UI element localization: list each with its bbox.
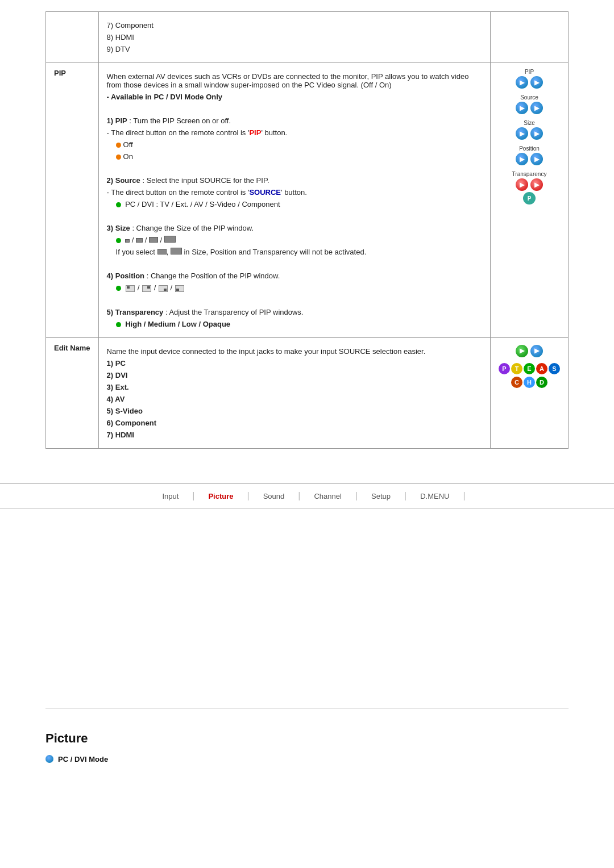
size-icon-group: Size ▶ ▶	[499, 120, 560, 140]
table-row-pip: PIP When external AV devices such as VCR…	[46, 63, 569, 338]
nav-bar: Input | Picture | Sound | Channel | Setu…	[0, 483, 614, 509]
pc-dvi-label: PC / DVI Mode	[58, 755, 108, 763]
source-icon-label: Source	[499, 94, 560, 101]
pip-highlight-1: PIP	[249, 128, 261, 137]
pip-transparency-options: High / Medium / Low / Opaque	[116, 320, 482, 328]
bullet-source	[116, 202, 121, 207]
trans-btn-left[interactable]: ▶	[516, 178, 528, 191]
position-icon-group: Position ▶ ▶	[499, 145, 560, 165]
pip-note-2: - The direct button on the remote contro…	[107, 188, 482, 197]
transparency-icon-row: ▶ ▶	[499, 178, 560, 191]
bottom-section: Picture PC / DVI Mode	[0, 720, 614, 775]
pip-note-1: - The direct button on the remote contro…	[107, 128, 482, 137]
transparency-p-row: P	[499, 192, 560, 205]
pip-btn-right[interactable]: ▶	[530, 76, 543, 89]
pip-item-4: 4) Position : Change the Position of the…	[107, 272, 482, 280]
edit-hdmi: 7) HDMI	[107, 431, 482, 439]
pip-icon-cell: PIP ▶ ▶ Source ▶ ▶ Size ▶	[491, 63, 569, 338]
source-highlight: SOURCE	[249, 188, 281, 197]
pip-desc-2: : Select the input SOURCE for the PIP.	[142, 176, 269, 185]
nav-input[interactable]: Input	[148, 490, 192, 503]
source-icon-row: ▶ ▶	[499, 102, 560, 114]
pos-btn-right[interactable]: ▶	[530, 153, 543, 165]
pip-size-note: If you select , in Size, Position and Tr…	[116, 248, 482, 256]
pip-desc-3: : Change the Size of the PIP window.	[132, 224, 254, 232]
source-btn-right[interactable]: ▶	[530, 102, 543, 114]
content-cell-components: 7) Component 8) HDMI 9) DTV	[98, 12, 490, 63]
nav-picture[interactable]: Picture	[194, 490, 247, 503]
size-btn-left[interactable]: ▶	[516, 127, 528, 140]
size-rect-lg	[149, 237, 158, 243]
dtv-item: 9) DTV	[107, 45, 482, 53]
edit-name-icon-cell: ▶ ▶ P T E A S C H D	[491, 337, 569, 448]
pip-item-3: 3) Size : Change the Size of the PIP win…	[107, 224, 482, 232]
size-rect-md	[136, 238, 143, 243]
edit-name-content-cell: Name the input device connected to the i…	[98, 337, 490, 448]
pip-desc-5: : Adjust the Transparency of PIP windows…	[165, 308, 304, 316]
nav-dmenu[interactable]: D.MENU	[406, 490, 463, 503]
pip-desc-1: : Turn the PIP Screen on or off.	[129, 116, 231, 125]
size-btn-right[interactable]: ▶	[530, 127, 543, 140]
edit-component: 6) Component	[107, 419, 482, 427]
pip-item-1: 1) PIP : Turn the PIP Screen on or off.	[107, 116, 482, 125]
manual-table: 7) Component 8) HDMI 9) DTV PIP When ext…	[45, 11, 569, 449]
main-content: 7) Component 8) HDMI 9) DTV PIP When ext…	[0, 0, 614, 471]
pip-available: - Available in PC / DVI Mode Only	[107, 93, 482, 101]
pos-btn-left[interactable]: ▶	[516, 153, 528, 165]
edit-name-label: Edit Name	[54, 344, 90, 352]
pip-item-5: 5) Transparency : Adjust the Transparenc…	[107, 308, 482, 316]
letter-p[interactable]: P	[499, 363, 510, 374]
pip-label: PIP	[54, 69, 66, 77]
pip-btn-left[interactable]: ▶	[516, 76, 528, 89]
bullet-on	[116, 155, 121, 160]
table-row-edit-name: Edit Name Name the input device connecte…	[46, 337, 569, 448]
pip-off: Off	[116, 140, 482, 149]
letter-s[interactable]: S	[549, 363, 560, 374]
size-lg-ref	[157, 249, 167, 254]
letter-c[interactable]: C	[511, 377, 522, 388]
bottom-title: Picture	[45, 731, 569, 746]
nav-channel[interactable]: Channel	[300, 490, 355, 503]
pip-num-3: 3) Size	[107, 224, 130, 232]
source-icon-group: Source ▶ ▶	[499, 94, 560, 114]
size-icon-label: Size	[499, 120, 560, 126]
edit-dvi: 2) DVI	[107, 371, 482, 379]
letter-a[interactable]: A	[536, 363, 547, 374]
letter-d[interactable]: D	[536, 377, 547, 388]
transparency-icon-label: Transparency	[499, 171, 560, 177]
pip-num-5: 5) Transparency	[107, 308, 164, 316]
letter-e[interactable]: E	[524, 363, 535, 374]
size-rect-sm	[125, 239, 130, 243]
pip-intro: When external AV devices such as VCRs or…	[107, 72, 482, 89]
size-xl-ref	[171, 248, 182, 254]
pip-num-2: 2) Source	[107, 176, 140, 185]
letter-t[interactable]: T	[511, 363, 522, 374]
pip-source-sub: PC / DVI : TV / Ext. / AV / S-Video / Co…	[116, 200, 482, 208]
pip-num-1: 1) PIP	[107, 116, 127, 125]
p-button[interactable]: P	[523, 192, 536, 205]
label-cell-empty	[46, 12, 99, 63]
source-btn-left[interactable]: ▶	[516, 102, 528, 114]
size-rect-xl	[164, 236, 176, 243]
pip-size-options: / / /	[116, 236, 482, 244]
pip-label-cell: PIP	[46, 63, 99, 338]
bottom-divider	[45, 708, 569, 708]
letter-h[interactable]: H	[524, 377, 535, 388]
pip-icon-group: PIP ▶ ▶	[499, 69, 560, 89]
edit-btn-right[interactable]: ▶	[530, 345, 543, 357]
edit-name-intro: Name the input device connected to the i…	[107, 347, 482, 356]
pip-icon-label: PIP	[499, 69, 560, 75]
nav-sound[interactable]: Sound	[250, 490, 298, 503]
pc-dvi-mode: PC / DVI Mode	[45, 755, 569, 763]
icon-cell-empty	[491, 12, 569, 63]
pip-item-2: 2) Source : Select the input SOURCE for …	[107, 176, 482, 185]
component-item: 7) Component	[107, 21, 482, 30]
edit-arrows-row: ▶ ▶	[516, 345, 543, 357]
trans-btn-right[interactable]: ▶	[530, 178, 543, 191]
edit-ext: 3) Ext.	[107, 383, 482, 391]
edit-btn-left[interactable]: ▶	[516, 345, 528, 357]
pip-content-cell: When external AV devices such as VCRs or…	[98, 63, 490, 338]
size-icon-row: ▶ ▶	[499, 127, 560, 140]
nav-setup[interactable]: Setup	[358, 490, 404, 503]
position-icon-row: ▶ ▶	[499, 153, 560, 165]
